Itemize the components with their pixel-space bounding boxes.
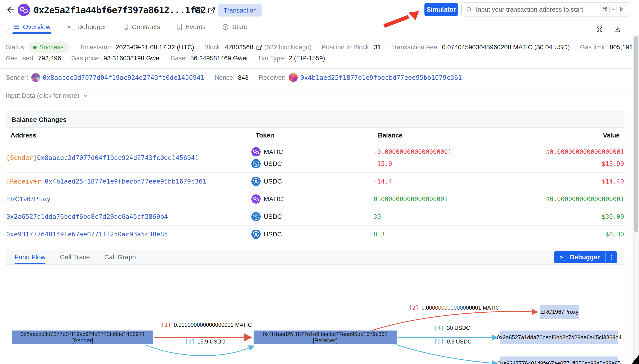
usdc-token-icon: $ bbox=[251, 212, 261, 221]
usdc-token-icon: $ bbox=[251, 159, 261, 168]
edge-index: [4] bbox=[434, 325, 444, 331]
edge-index: [5] bbox=[434, 338, 444, 345]
fullscreen-icon[interactable] bbox=[596, 26, 603, 32]
sender-avatar bbox=[31, 73, 40, 82]
download-icon[interactable] bbox=[614, 26, 620, 32]
gas-price-field: Gas price:93.316038198 Gwei bbox=[71, 55, 161, 62]
token-entry: MATIC bbox=[251, 193, 374, 205]
col-token: Token bbox=[256, 132, 378, 139]
edge-amount: 30 USDC bbox=[447, 325, 470, 331]
input-data-toggle[interactable]: Input Data (click for more) bbox=[6, 92, 89, 99]
tx-meta-row-1: Status: Success Timestamp:2023-09-21 08:… bbox=[6, 42, 639, 53]
table-row: 0xe931777640149fe67ae0771ff250ac93a5c38e… bbox=[6, 226, 624, 241]
search-input[interactable] bbox=[476, 6, 600, 13]
table-row: ERC1967ProxyMATIC0.000000000000000001$0.… bbox=[6, 190, 624, 208]
receiver-address-link[interactable]: 0x4b1aed25f1877e1e9fbecbd77eee95bb1679c3… bbox=[300, 74, 462, 81]
balance-amount: -14.4 bbox=[374, 176, 497, 187]
address-link[interactable]: 0x4b1aed25f1877e1e9fbecbd77eee95bb1679c3… bbox=[45, 178, 206, 185]
plus-sign: + bbox=[611, 6, 615, 13]
txn-type-field: Txn Type:2 (EIP-1559) bbox=[258, 55, 325, 62]
nonce-field: Nonce:843 bbox=[215, 74, 249, 81]
edge-amount: 0.3 USDC bbox=[447, 338, 472, 344]
matic-token-icon bbox=[251, 147, 261, 156]
input-data-label: Input Data (click for more) bbox=[6, 92, 79, 99]
tab-events[interactable]: Events bbox=[177, 20, 206, 34]
base-fee-field: Base:56.249581469 Gwei bbox=[171, 55, 248, 62]
main-tab-bar: Overview >_ Debugger Contracts Events St… bbox=[0, 20, 639, 34]
row-address-cell: 0x2a6527a1dda76bedf6bd8c7d29ae6a45cf3869… bbox=[6, 213, 251, 220]
external-link-icon[interactable] bbox=[208, 6, 216, 14]
tx-meta-row-2: Gas used:793,496 Gas price:93.316038198 … bbox=[6, 55, 335, 62]
tab-contracts[interactable]: Contracts bbox=[123, 20, 160, 34]
balance-amount: 0.000000000000000001 bbox=[374, 193, 497, 205]
scrollbar-thumb[interactable] bbox=[634, 36, 638, 232]
tab-call-trace[interactable]: Call Trace bbox=[60, 250, 90, 264]
block-external-link-icon[interactable] bbox=[256, 44, 262, 50]
address-link[interactable]: 0x2a6527a1dda76bedf6bd8c7d29ae6a45cf3869… bbox=[6, 213, 168, 220]
row-token-cell: MATIC bbox=[251, 193, 374, 205]
position-field: Position In Block:31 bbox=[322, 44, 381, 51]
block-field: Block:47802568 (622 blocks ago) bbox=[204, 44, 312, 51]
address-link[interactable]: 0x8aacec3d7077d04f19ac924d2743fc0de14569… bbox=[37, 154, 199, 162]
svg-text:$: $ bbox=[255, 161, 258, 166]
balance-changes-header-row: Address Token Balance Value bbox=[6, 128, 624, 143]
tab-fund-flow[interactable]: Fund Flow bbox=[15, 250, 46, 264]
proxy-node[interactable]: ERC1967Proxy bbox=[540, 305, 579, 318]
token-entry: $USDC bbox=[251, 211, 374, 222]
tab-state[interactable]: State bbox=[222, 20, 247, 34]
row-address-cell: ERC1967Proxy bbox=[6, 196, 251, 203]
status-badge: Success bbox=[29, 42, 69, 53]
edge-label-4: [4]30 USDC bbox=[434, 325, 470, 331]
row-balance-cell: 0.3 bbox=[374, 228, 497, 240]
parties-row: Sender: 0x8aacec3d7077d04f19ac924d2743fc… bbox=[6, 73, 472, 82]
address-link[interactable]: ERC1967Proxy bbox=[6, 196, 50, 203]
token-name: MATIC bbox=[264, 148, 283, 156]
usd-value: $14.40 bbox=[497, 176, 624, 187]
addr-e931-node[interactable]: 0xe931777640149fe67ae0771ff250ac93a5c38e… bbox=[500, 356, 618, 364]
col-value: Value bbox=[501, 132, 619, 139]
matic-token-icon bbox=[251, 194, 261, 204]
receiver-node[interactable]: 0x4b1aed25f1877e1e9fbecbd77eee95bb1679c3… bbox=[254, 330, 397, 344]
addr-2a65-node[interactable]: 0x2a6527a1dda76bedf6bd8c7d29ae6a45cf3869… bbox=[500, 330, 618, 344]
usd-value: $0.000000000000000001 bbox=[497, 146, 624, 158]
svg-text:$: $ bbox=[255, 232, 258, 237]
search-icon bbox=[466, 6, 472, 13]
kebab-menu-icon[interactable]: ⋮ bbox=[606, 254, 617, 261]
token-name: USDC bbox=[264, 160, 282, 168]
row-value-cell: $14.40 bbox=[497, 176, 624, 187]
tab-debugger[interactable]: >_ Debugger bbox=[67, 20, 106, 34]
sender-address-link[interactable]: 0x8aacec3d7077d04f19ac924d2743fc0de14569… bbox=[43, 74, 204, 81]
token-entry: $USDC bbox=[251, 176, 374, 187]
row-address-cell: [Sender]0x8aacec3d7077d04f19ac924d2743fc… bbox=[6, 154, 251, 162]
token-entry: MATIC bbox=[251, 146, 374, 158]
debugger-split-button[interactable]: >_ Debugger ⋮ bbox=[554, 251, 617, 263]
search-bar[interactable]: ⌘ + k bbox=[461, 2, 630, 16]
terminal-icon: >_ bbox=[559, 254, 566, 260]
receiver-avatar bbox=[289, 73, 298, 82]
row-value-cell: $30.00 bbox=[497, 211, 624, 222]
balance-changes-rows: [Sender]0x8aacec3d7077d04f19ac924d2743fc… bbox=[6, 143, 624, 241]
edge-amount: 15.9 USDC bbox=[197, 338, 225, 344]
back-arrow-icon[interactable] bbox=[6, 5, 16, 15]
row-balance-cell: 0.000000000000000001 bbox=[374, 193, 497, 205]
balance-amount: 0.3 bbox=[374, 228, 497, 240]
balance-amount: 30 bbox=[374, 211, 497, 222]
tab-overview[interactable]: Overview bbox=[13, 20, 51, 34]
token-entry: $USDC bbox=[251, 228, 374, 240]
tab-state-label: State bbox=[232, 23, 247, 31]
simulator-button[interactable]: Simulator bbox=[424, 3, 458, 16]
transaction-type-badge: Transaction bbox=[218, 4, 262, 16]
fund-flow-edge-5 bbox=[396, 344, 497, 364]
graph-toolbar bbox=[596, 26, 620, 32]
address-link[interactable]: 0xe931777640149fe67ae0771ff250ac93a5c38e… bbox=[6, 230, 168, 238]
divider bbox=[0, 89, 639, 90]
edge-index: [3] bbox=[185, 338, 195, 345]
timestamp-field: Timestamp:2023-09-21 08:17:32 (UTC) bbox=[79, 44, 194, 51]
usdc-token-icon: $ bbox=[251, 177, 261, 186]
copy-icon[interactable] bbox=[195, 6, 202, 14]
tab-call-graph[interactable]: Call Graph bbox=[104, 250, 136, 264]
tab-overview-label: Overview bbox=[23, 23, 51, 31]
balance-changes-card: Balance Changes Address Token Balance Va… bbox=[6, 112, 624, 241]
svg-text:$: $ bbox=[255, 214, 258, 220]
sender-node[interactable]: 0x8aacec3d7077d04f19ac924d2743fc0de14569… bbox=[12, 330, 153, 344]
